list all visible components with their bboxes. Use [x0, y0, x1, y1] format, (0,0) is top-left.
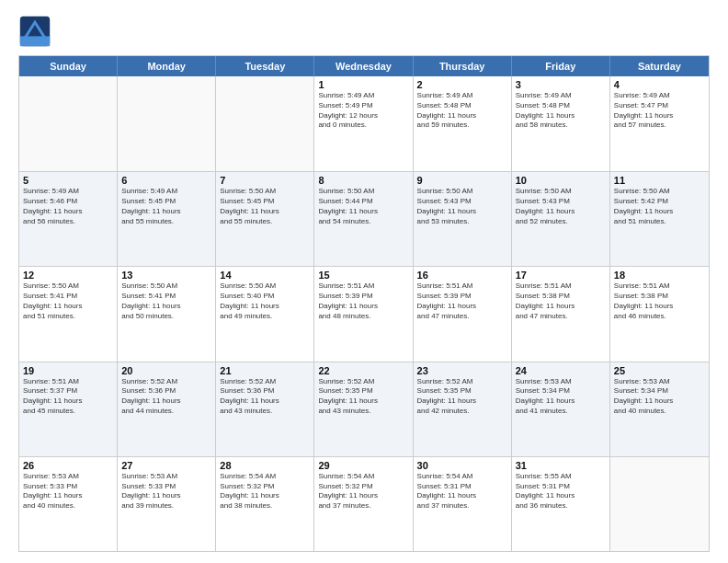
table-row: 10Sunrise: 5:50 AMSunset: 5:43 PMDayligh…: [512, 172, 610, 266]
cell-info-line: Sunset: 5:41 PM: [121, 292, 211, 302]
cell-info-line: Daylight: 11 hours: [220, 207, 310, 217]
cell-info-line: Sunset: 5:45 PM: [121, 197, 211, 207]
table-row: 20Sunrise: 5:52 AMSunset: 5:36 PMDayligh…: [118, 362, 216, 456]
cell-info-line: Sunset: 5:44 PM: [318, 197, 408, 207]
day-number: 19: [23, 365, 113, 376]
cell-info-line: Sunrise: 5:51 AM: [318, 282, 408, 292]
cell-info-line: Daylight: 11 hours: [417, 491, 507, 501]
cell-info-line: Sunrise: 5:51 AM: [516, 282, 606, 292]
cell-info-line: and 55 minutes.: [220, 217, 310, 227]
day-number: 12: [23, 270, 113, 281]
cell-info-line: Daylight: 11 hours: [318, 491, 408, 501]
cell-info-line: and 51 minutes.: [614, 217, 705, 227]
cell-info-line: and 46 minutes.: [614, 312, 705, 322]
cell-info-line: Sunset: 5:32 PM: [318, 482, 408, 492]
table-row: 7Sunrise: 5:50 AMSunset: 5:45 PMDaylight…: [216, 172, 314, 266]
cell-info-line: Daylight: 11 hours: [614, 207, 705, 217]
day-number: 1: [318, 79, 408, 90]
header-day-sunday: Sunday: [19, 56, 118, 76]
day-number: 22: [318, 365, 408, 376]
cell-info-line: Sunset: 5:48 PM: [516, 101, 606, 111]
calendar-page: SundayMondayTuesdayWednesdayThursdayFrid…: [0, 0, 728, 563]
day-number: 10: [516, 175, 606, 186]
table-row: 6Sunrise: 5:49 AMSunset: 5:45 PMDaylight…: [118, 172, 216, 266]
cell-info-line: Daylight: 11 hours: [516, 302, 606, 312]
cell-info-line: Daylight: 11 hours: [417, 396, 507, 407]
table-row: [610, 457, 709, 551]
day-number: 17: [516, 270, 606, 281]
calendar-week-2: 5Sunrise: 5:49 AMSunset: 5:46 PMDaylight…: [19, 171, 709, 266]
table-row: 26Sunrise: 5:53 AMSunset: 5:33 PMDayligh…: [19, 457, 118, 551]
cell-info-line: Daylight: 11 hours: [23, 207, 113, 217]
cell-info-line: Sunrise: 5:52 AM: [417, 377, 507, 387]
day-number: 23: [417, 365, 507, 376]
cell-info-line: Daylight: 11 hours: [121, 207, 211, 217]
calendar-week-1: 1Sunrise: 5:49 AMSunset: 5:49 PMDaylight…: [19, 76, 709, 171]
table-row: 19Sunrise: 5:51 AMSunset: 5:37 PMDayligh…: [19, 362, 118, 456]
day-number: 2: [417, 79, 507, 90]
cell-info-line: Sunrise: 5:51 AM: [417, 282, 507, 292]
day-number: 14: [220, 270, 310, 281]
page-header: [18, 15, 710, 48]
cell-info-line: Sunset: 5:35 PM: [417, 386, 507, 396]
day-number: 31: [516, 460, 606, 471]
cell-info-line: Sunset: 5:39 PM: [318, 292, 408, 302]
cell-info-line: Sunrise: 5:49 AM: [121, 187, 211, 197]
cell-info-line: Daylight: 11 hours: [318, 396, 408, 407]
cell-info-line: Sunset: 5:34 PM: [516, 386, 606, 396]
table-row: 9Sunrise: 5:50 AMSunset: 5:43 PMDaylight…: [414, 172, 512, 266]
table-row: 13Sunrise: 5:50 AMSunset: 5:41 PMDayligh…: [118, 267, 216, 361]
day-number: 27: [121, 460, 211, 471]
header-day-tuesday: Tuesday: [216, 56, 314, 76]
table-row: 15Sunrise: 5:51 AMSunset: 5:39 PMDayligh…: [314, 267, 413, 361]
cell-info-line: and 37 minutes.: [417, 501, 507, 511]
cell-info-line: Sunset: 5:38 PM: [516, 292, 606, 302]
table-row: 22Sunrise: 5:52 AMSunset: 5:35 PMDayligh…: [314, 362, 413, 456]
table-row: 2Sunrise: 5:49 AMSunset: 5:48 PMDaylight…: [414, 76, 512, 171]
cell-info-line: Sunrise: 5:50 AM: [220, 187, 310, 197]
table-row: 31Sunrise: 5:55 AMSunset: 5:31 PMDayligh…: [512, 457, 610, 551]
cell-info-line: Sunset: 5:36 PM: [220, 386, 310, 396]
cell-info-line: and 45 minutes.: [23, 407, 113, 417]
day-number: 5: [23, 175, 113, 186]
table-row: 11Sunrise: 5:50 AMSunset: 5:42 PMDayligh…: [610, 172, 709, 266]
cell-info-line: Sunrise: 5:51 AM: [614, 282, 705, 292]
logo-icon: [18, 15, 51, 48]
cell-info-line: Sunrise: 5:53 AM: [614, 377, 705, 387]
calendar-header: SundayMondayTuesdayWednesdayThursdayFrid…: [19, 56, 709, 76]
table-row: 30Sunrise: 5:54 AMSunset: 5:31 PMDayligh…: [414, 457, 512, 551]
table-row: 3Sunrise: 5:49 AMSunset: 5:48 PMDaylight…: [512, 76, 610, 171]
cell-info-line: Daylight: 11 hours: [220, 302, 310, 312]
header-day-thursday: Thursday: [414, 56, 512, 76]
day-number: 26: [23, 460, 113, 471]
cell-info-line: and 43 minutes.: [318, 407, 408, 417]
cell-info-line: Sunset: 5:33 PM: [121, 482, 211, 492]
cell-info-line: and 59 minutes.: [417, 121, 507, 131]
cell-info-line: Sunset: 5:40 PM: [220, 292, 310, 302]
day-number: 11: [614, 175, 705, 186]
cell-info-line: Daylight: 11 hours: [614, 111, 705, 121]
cell-info-line: Daylight: 11 hours: [516, 207, 606, 217]
cell-info-line: Daylight: 11 hours: [121, 491, 211, 501]
cell-info-line: and 40 minutes.: [614, 407, 705, 417]
cell-info-line: Sunset: 5:43 PM: [417, 197, 507, 207]
day-number: 8: [318, 175, 408, 186]
day-number: 16: [417, 270, 507, 281]
cell-info-line: and 38 minutes.: [220, 501, 310, 511]
day-number: 6: [121, 175, 211, 186]
cell-info-line: and 36 minutes.: [516, 501, 606, 511]
table-row: 21Sunrise: 5:52 AMSunset: 5:36 PMDayligh…: [216, 362, 314, 456]
day-number: 24: [516, 365, 606, 376]
cell-info-line: Sunrise: 5:49 AM: [614, 91, 705, 101]
calendar-body: 1Sunrise: 5:49 AMSunset: 5:49 PMDaylight…: [19, 76, 709, 551]
cell-info-line: Sunrise: 5:50 AM: [121, 282, 211, 292]
table-row: 23Sunrise: 5:52 AMSunset: 5:35 PMDayligh…: [414, 362, 512, 456]
cell-info-line: and 43 minutes.: [220, 407, 310, 417]
cell-info-line: and 44 minutes.: [121, 407, 211, 417]
table-row: 4Sunrise: 5:49 AMSunset: 5:47 PMDaylight…: [610, 76, 709, 171]
cell-info-line: Daylight: 11 hours: [417, 111, 507, 121]
cell-info-line: Daylight: 11 hours: [614, 396, 705, 407]
cell-info-line: Daylight: 11 hours: [516, 491, 606, 501]
day-number: 25: [614, 365, 705, 376]
calendar-week-3: 12Sunrise: 5:50 AMSunset: 5:41 PMDayligh…: [19, 266, 709, 361]
